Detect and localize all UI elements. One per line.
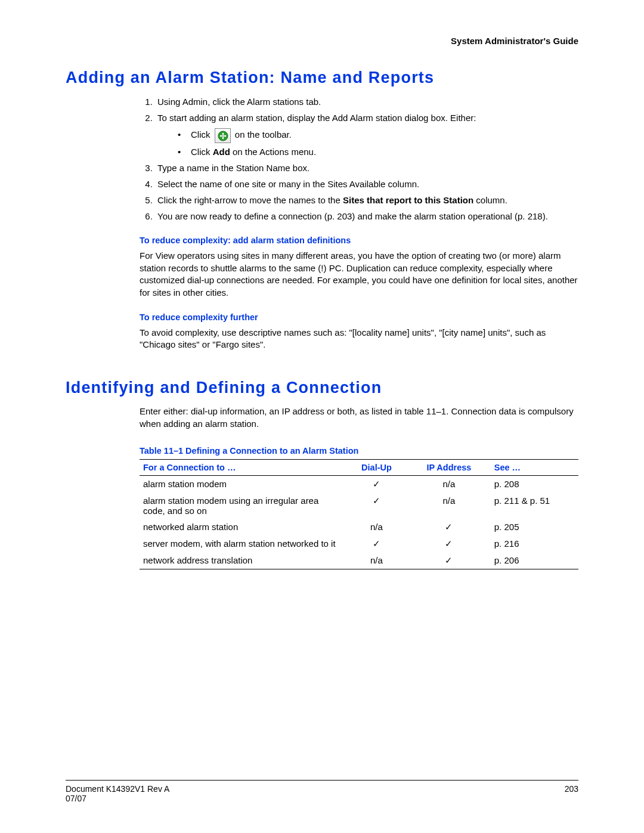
step-text: column. bbox=[473, 195, 507, 205]
guide-header: System Administrator's Guide bbox=[66, 36, 578, 46]
cell-see: p. 208 bbox=[491, 475, 578, 493]
table-row: networked alarm station n/a ✓ p. 205 bbox=[140, 519, 578, 535]
steps-list: Using Admin, click the Alarm stations ta… bbox=[66, 95, 578, 222]
cell-dial: ✓ bbox=[346, 493, 407, 519]
substeps: Click on the toolbar. Click Add on th bbox=[178, 126, 578, 158]
connection-table: For a Connection to … Dial-Up IP Address… bbox=[140, 459, 578, 569]
table-caption: Table 11–1 Defining a Connection to an A… bbox=[140, 446, 578, 456]
svg-rect-2 bbox=[219, 135, 226, 137]
page-footer: Document K14392V1 Rev A 203 07/07 bbox=[66, 780, 578, 803]
bold-sites: Sites that report to this Station bbox=[343, 195, 473, 205]
step-item: Type a name in the Station Name box. bbox=[155, 162, 578, 174]
step-item: You are now ready to define a connection… bbox=[155, 210, 578, 222]
cell-see: p. 205 bbox=[491, 519, 578, 535]
reduce-heading-2: To reduce complexity further bbox=[140, 312, 578, 322]
substep-text: on the toolbar. bbox=[235, 129, 292, 140]
substep-item: Click on the toolbar. bbox=[178, 126, 578, 143]
plus-icon bbox=[215, 128, 231, 143]
step-text: To start adding an alarm station, displa… bbox=[157, 113, 476, 123]
reduce-body-2: To avoid complexity, use descriptive nam… bbox=[140, 327, 578, 351]
cell-dial: n/a bbox=[346, 552, 407, 569]
step-item: To start adding an alarm station, displa… bbox=[155, 112, 578, 158]
footer-doc: Document K14392V1 Rev A bbox=[66, 784, 169, 794]
cell-conn: server modem, with alarm station network… bbox=[140, 535, 346, 552]
table-row: alarm station modem ✓ n/a p. 208 bbox=[140, 475, 578, 493]
cell-ip: ✓ bbox=[407, 552, 491, 569]
step-item: Click the right-arrow to move the names … bbox=[155, 194, 578, 206]
cell-conn: alarm station modem bbox=[140, 475, 346, 493]
cell-ip: n/a bbox=[407, 475, 491, 493]
cell-conn: network address translation bbox=[140, 552, 346, 569]
th-ip: IP Address bbox=[407, 459, 491, 475]
reduce-body-1: For View operators using sites in many d… bbox=[140, 250, 578, 299]
cell-ip: ✓ bbox=[407, 519, 491, 535]
substep-text: Click bbox=[191, 147, 213, 157]
substep-text: on the Actions menu. bbox=[230, 147, 316, 157]
table-row: alarm station modem using an irregular a… bbox=[140, 493, 578, 519]
table-row: network address translation n/a ✓ p. 206 bbox=[140, 552, 578, 569]
cell-ip: n/a bbox=[407, 493, 491, 519]
reduce-heading-1: To reduce complexity: add alarm station … bbox=[140, 236, 578, 245]
cell-conn: alarm station modem using an irregular a… bbox=[140, 493, 346, 519]
bold-add: Add bbox=[213, 147, 230, 157]
th-connection: For a Connection to … bbox=[140, 459, 346, 475]
section2-intro: Enter either: dial-up information, an IP… bbox=[140, 405, 578, 430]
substep-item: Click Add on the Actions menu. bbox=[178, 145, 578, 158]
table-row: server modem, with alarm station network… bbox=[140, 535, 578, 552]
cell-ip: ✓ bbox=[407, 535, 491, 552]
cell-see: p. 206 bbox=[491, 552, 578, 569]
footer-date: 07/07 bbox=[66, 794, 578, 803]
cell-conn: networked alarm station bbox=[140, 519, 346, 535]
step-text: Click the right-arrow to move the names … bbox=[157, 195, 343, 205]
th-dialup: Dial-Up bbox=[346, 459, 407, 475]
cell-see: p. 216 bbox=[491, 535, 578, 552]
footer-page: 203 bbox=[565, 784, 578, 794]
section-title-connection: Identifying and Defining a Connection bbox=[66, 379, 578, 397]
cell-dial: n/a bbox=[346, 519, 407, 535]
cell-see: p. 211 & p. 51 bbox=[491, 493, 578, 519]
step-item: Using Admin, click the Alarm stations ta… bbox=[155, 95, 578, 108]
step-item: Select the name of one site or many in t… bbox=[155, 178, 578, 190]
section-title-adding: Adding an Alarm Station: Name and Report… bbox=[66, 69, 578, 87]
substep-text: Click bbox=[191, 129, 213, 140]
cell-dial: ✓ bbox=[346, 475, 407, 493]
cell-dial: ✓ bbox=[346, 535, 407, 552]
th-see: See … bbox=[491, 459, 578, 475]
